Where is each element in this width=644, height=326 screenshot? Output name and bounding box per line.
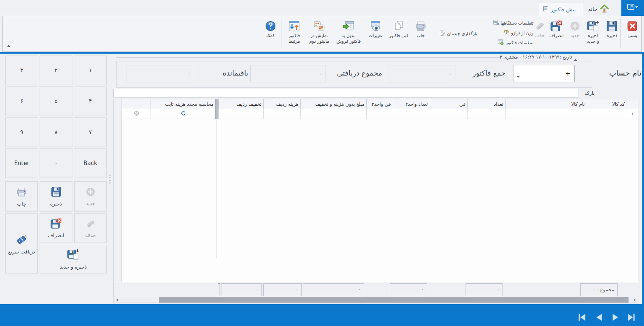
close-button[interactable]: بستن [623, 17, 642, 51]
document-icon [543, 6, 549, 13]
device-settings-icon [493, 19, 499, 27]
key-3[interactable]: ۳ [5, 56, 38, 85]
nav-last-record-icon[interactable] [626, 312, 636, 322]
plus-icon [569, 19, 581, 33]
save-and-new-button-side[interactable]: ذخیره و جدید [40, 245, 107, 273]
nav-first-record-icon[interactable] [577, 312, 587, 322]
scroll-left-arrow[interactable] [114, 297, 120, 303]
tab-pre-invoice-label: پیش فاکتور [551, 6, 576, 12]
key-8[interactable]: ۸ [40, 117, 72, 147]
cell-row-cost[interactable] [263, 109, 300, 119]
key-7[interactable]: ۷ [74, 117, 107, 147]
column-header-recalc-fixed-cost[interactable]: محاسبه مجدد هزینه ثابت [151, 99, 215, 109]
cell-price-unit2[interactable] [366, 109, 393, 119]
grid-horizontal-scrollbar[interactable] [113, 297, 638, 303]
remove-row-icon[interactable] [134, 110, 139, 117]
help-button[interactable]: کمک [261, 17, 280, 51]
barcode-input[interactable] [113, 89, 578, 97]
save-button[interactable]: ذخیره [603, 17, 621, 51]
grid-new-row[interactable]: ٭ [122, 109, 638, 119]
frozen-column-splitter[interactable] [215, 99, 218, 109]
column-header-amount[interactable]: مبلغ بدون هزینه و تخفیف [300, 99, 366, 109]
key-9[interactable]: ۹ [5, 117, 38, 147]
cell-price[interactable] [430, 109, 467, 119]
column-header-item-name[interactable]: نام کالا [505, 99, 587, 109]
save-and-new-icon [587, 19, 599, 33]
cell-item-name[interactable] [505, 109, 587, 119]
copy-invoice-button[interactable]: کپی فاکتور [387, 17, 410, 51]
new-button[interactable]: جدید [567, 17, 583, 51]
frozen-column-splitter[interactable] [215, 109, 218, 119]
key-4[interactable]: ۴ [74, 87, 107, 116]
cell-quantity-unit2[interactable] [393, 109, 430, 119]
remainder-label: باقیمانده [195, 69, 248, 77]
app-menu-button[interactable] [621, 0, 644, 16]
column-header-item-code[interactable]: کد کالا [587, 99, 627, 109]
convert-to-sales-invoice-button[interactable]: تبدیل به فاکتور فروش [334, 17, 363, 51]
key-0[interactable]: ۰ [40, 148, 72, 178]
key-6[interactable]: ۶ [5, 87, 38, 116]
ribbon-separator [281, 19, 281, 48]
panel-splitter[interactable] [108, 54, 112, 304]
tab-home[interactable]: خانه [584, 3, 617, 15]
related-invoice-button[interactable]: فاکتور مرتبط [284, 17, 304, 51]
tab-home-label: خانه [588, 6, 597, 12]
grid-vertical-scrollbar[interactable] [114, 99, 122, 282]
nav-previous-record-icon[interactable] [594, 312, 604, 322]
key-enter[interactable]: Enter [5, 148, 38, 178]
printer-icon [415, 19, 427, 33]
invoice-sum-label: جمع فاکتور [458, 69, 506, 77]
total-quantity-unit2-box: ۰ [390, 283, 427, 296]
cell-amount[interactable] [300, 109, 366, 119]
cell-item-code[interactable] [587, 109, 627, 119]
remainder-field: ۰ [126, 65, 194, 82]
cancel-button-side[interactable]: انصراف [40, 213, 72, 243]
quick-receive-button[interactable]: دریافت سریع [5, 213, 38, 273]
cell-row-discount[interactable] [218, 109, 263, 119]
key-5[interactable]: ۵ [40, 87, 72, 116]
load-layout-button[interactable]: بارگذاری چیدمان [433, 29, 477, 38]
total-amount-box: ۰ [303, 283, 364, 296]
delete-button[interactable]: حذف [533, 17, 547, 51]
save-and-new-button[interactable]: ذخیره و جدید [583, 17, 603, 51]
copy-icon [393, 19, 405, 33]
key-back[interactable]: Back [74, 148, 107, 178]
close-icon [626, 19, 638, 33]
total-quantity-box: ۰ [466, 283, 503, 296]
nav-next-record-icon[interactable] [610, 312, 620, 322]
cancel-button[interactable]: انصراف [547, 17, 566, 51]
new-button-side[interactable]: جدید [74, 181, 107, 212]
tab-pre-invoice[interactable]: پیش فاکتور [539, 3, 583, 15]
scrollbar-thumb[interactable] [159, 297, 629, 303]
print-button[interactable]: چاپ [411, 17, 430, 51]
column-header-row-cost[interactable]: هزینه ردیف [263, 99, 300, 109]
column-header-price[interactable]: فی [430, 99, 467, 109]
second-monitor-button[interactable]: نمایش در مانیتور دوم [305, 17, 333, 51]
column-header-price-unit2[interactable]: فی واحد۲ [366, 99, 393, 109]
remainder-value: ۰ [188, 65, 191, 82]
delete-button-side[interactable]: حذف [74, 213, 107, 243]
account-name-combo[interactable]: + [513, 65, 575, 82]
invoice-settings-button[interactable]: تنظیمات فاکتور [478, 38, 533, 47]
cell-remove[interactable] [122, 109, 151, 119]
key-2[interactable]: ۲ [40, 56, 72, 85]
device-settings-button[interactable]: تنظیمات دستگاهها [478, 19, 533, 28]
column-header-quantity[interactable]: تعداد [467, 99, 505, 109]
scroll-right-arrow[interactable] [631, 297, 638, 303]
convert-table-icon [342, 19, 355, 33]
print-button-side[interactable]: چاپ [5, 181, 38, 212]
collapse-ribbon-icon[interactable] [6, 42, 11, 49]
plus-icon [85, 187, 96, 199]
column-header-quantity-unit2[interactable]: تعداد واحد۲ [393, 99, 430, 109]
account-name-label: نام حساب [595, 68, 641, 77]
keypad-action-buttons: جدید ذخیره چاپ [5, 181, 107, 273]
scale-weight-button[interactable]: وزن از ترازو [478, 28, 533, 37]
column-header-row-discount[interactable]: تخفیف ردیف [218, 99, 263, 109]
refresh-icon[interactable] [181, 110, 186, 117]
changes-button[interactable]: تغییرات [364, 17, 387, 51]
cell-recalc[interactable] [151, 109, 215, 119]
grid-header-row: کد کالا نام کالا تعداد فی تعداد واحد۲ فی… [122, 99, 638, 109]
save-button-side[interactable]: ذخیره [40, 181, 72, 212]
cell-quantity[interactable] [467, 109, 505, 119]
key-1[interactable]: ۱ [74, 56, 107, 85]
